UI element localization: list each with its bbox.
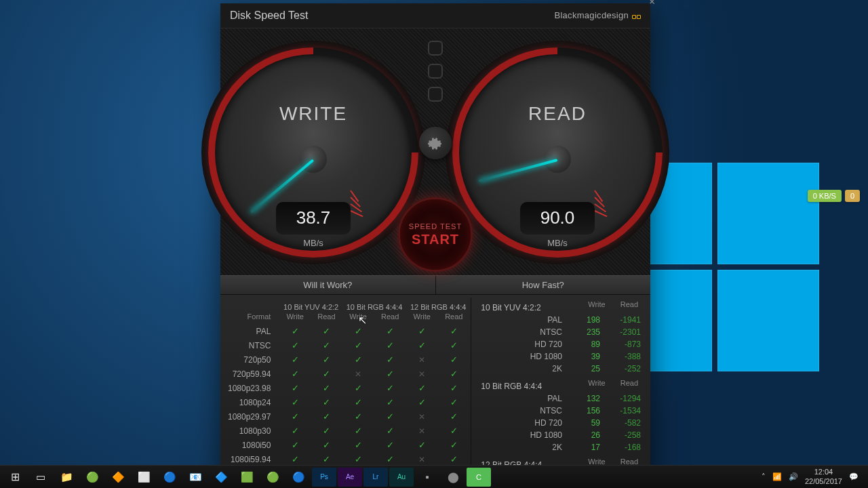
audition-icon[interactable]: Au — [389, 468, 414, 487]
taskbar[interactable]: ⊞ ▭ 📁 🟢 🔶 ⬜ 🔵 📧 🔷 🟩 🟢 🔵 Ps Ae Lr Au ▪ ⬤ … — [0, 465, 868, 488]
notifications-icon[interactable]: 💬 — [849, 472, 859, 481]
table-row: NTSC156-1534 — [481, 405, 641, 417]
table-row: HD 72059-582 — [481, 417, 641, 429]
indicator-3 — [428, 87, 443, 102]
start-label-2: START — [412, 232, 459, 247]
app-icon-2[interactable]: ⬜ — [132, 468, 156, 487]
lightroom-icon[interactable]: Lr — [363, 468, 388, 487]
network-badge: 0 KB/S 0 — [808, 190, 860, 202]
start-label-1: SPEED TEST — [409, 222, 462, 230]
tray-up-icon[interactable]: ˄ — [762, 472, 766, 481]
start-button[interactable]: SPEED TEST START — [398, 197, 473, 272]
table-row: NTSC✓✓✓✓✓✓ — [222, 339, 469, 352]
table-row: 2K17-168 — [481, 441, 641, 453]
read-readout: 90.0 MB/s — [520, 202, 595, 235]
app-icon-1[interactable]: 🔶 — [106, 468, 130, 487]
table-row: 1080p30✓✓✓✓✕✓ — [222, 424, 469, 437]
table-row: HD 72089-873 — [481, 338, 641, 350]
how-fast-header: How Fast? — [436, 276, 651, 294]
table-row: NTSC235-2301 — [481, 326, 641, 338]
aftereffects-icon[interactable]: Ae — [338, 468, 362, 487]
start-menu-button[interactable]: ⊞ — [3, 468, 27, 487]
how-fast-table: 10 Bit YUV 4:2:2WriteReadPAL198-1941NTSC… — [471, 298, 650, 481]
task-view-icon[interactable]: ▭ — [28, 468, 53, 487]
write-value: 38.7 — [276, 207, 351, 228]
results-panel: Will it Work? How Fast? 10 Bit YUV 4:2:2… — [220, 275, 650, 488]
indicator-2 — [428, 64, 443, 79]
outlook-icon[interactable]: 📧 — [183, 468, 208, 487]
net-count: 0 — [845, 190, 860, 202]
read-gauge: READ 90.0 MB/s — [446, 41, 669, 264]
camtasia-icon[interactable]: 🟩 — [235, 468, 259, 487]
table-row: 720p59.94✓✓✕✓✕✓ — [222, 367, 469, 380]
net-speed: 0 KB/S — [808, 190, 842, 202]
app-icon-4[interactable]: 🔵 — [286, 468, 311, 487]
brand-logo: Blackmagicdesign — [554, 10, 641, 21]
table-row: HD 108039-388 — [481, 350, 641, 363]
table-row: PAL✓✓✓✓✓✓ — [222, 325, 469, 338]
app-title: Disk Speed Test — [230, 9, 308, 22]
write-unit: MB/s — [303, 238, 323, 248]
table-row: 720p50✓✓✓✓✕✓ — [222, 353, 469, 366]
gear-icon — [427, 135, 443, 151]
table-row: 1080p23.98✓✓✓✓✓✓ — [222, 382, 469, 394]
will-it-work-header: Will it Work? — [220, 276, 436, 294]
table-row: 1080p29.97✓✓✓✓✕✓ — [222, 410, 469, 423]
app-icon-6[interactable]: C — [467, 468, 491, 487]
write-readout: 38.7 MB/s — [276, 202, 351, 235]
teamviewer-icon[interactable]: 🔷 — [209, 468, 233, 487]
file-explorer-icon[interactable]: 📁 — [54, 468, 79, 487]
app-icon-5[interactable]: ⬤ — [441, 468, 465, 487]
write-gauge: WRITE 38.7 MB/s — [201, 41, 425, 264]
gauges-panel: WRITE 38.7 MB/s READ 90.0 MB/s — [220, 28, 650, 275]
indicator-1 — [428, 41, 443, 56]
write-gauge-label: WRITE — [201, 103, 425, 125]
table-row: HD 108026-258 — [481, 429, 641, 441]
titlebar[interactable]: Disk Speed Test Blackmagicdesign — [220, 3, 650, 28]
terminal-icon[interactable]: ▪ — [415, 468, 439, 487]
app-icon-3[interactable]: 🟢 — [260, 468, 285, 487]
table-row: 2K25-252 — [481, 363, 641, 375]
table-row: 1080p24✓✓✓✓✓✓ — [222, 396, 469, 409]
read-unit: MB/s — [547, 238, 568, 248]
will-it-work-table: 10 Bit YUV 4:2:210 Bit RGB 4:4:412 Bit R… — [220, 298, 471, 481]
skype-icon[interactable]: 🟢 — [80, 468, 104, 487]
taskbar-clock[interactable]: 12:04 22/05/2017 — [805, 468, 842, 485]
center-indicators — [408, 41, 462, 159]
chrome-icon[interactable]: 🔵 — [157, 468, 182, 487]
disk-speed-test-window: ✕ Disk Speed Test Blackmagicdesign WRITE… — [220, 3, 650, 488]
photoshop-icon[interactable]: Ps — [312, 468, 336, 487]
table-row: PAL132-1294 — [481, 392, 641, 405]
table-row: 1080i59.94✓✓✓✓✕✓ — [222, 453, 469, 466]
table-row: PAL198-1941 — [481, 314, 641, 326]
tray-volume-icon[interactable]: 🔊 — [789, 472, 798, 481]
read-gauge-label: READ — [446, 103, 669, 125]
table-row: 1080i50✓✓✓✓✓✓ — [222, 439, 469, 451]
read-value: 90.0 — [520, 207, 595, 228]
tray-wifi-icon[interactable]: 📶 — [772, 472, 782, 481]
settings-button[interactable] — [419, 127, 452, 159]
